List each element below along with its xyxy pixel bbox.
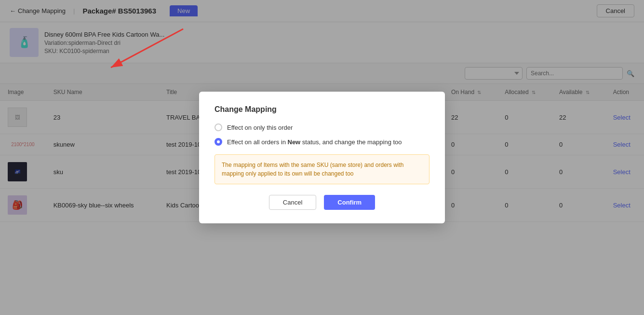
option2-radio[interactable]: Effect on all orders in New status, and … [215,138,429,146]
modal-overlay: Change Mapping Effect on only this order… [0,0,644,315]
option1-radio[interactable]: Effect on only this order [215,123,429,131]
modal-confirm-button[interactable]: Confirm [324,195,375,210]
modal-actions: Cancel Confirm [215,195,429,210]
radio-circle-2 [215,138,222,146]
modal-cancel-button[interactable]: Cancel [269,195,316,210]
option2-label: Effect on all orders in New status, and … [227,138,402,146]
change-mapping-modal: Change Mapping Effect on only this order… [199,92,445,223]
warning-box: The mapping of Items with the same SKU (… [215,154,429,184]
option1-label: Effect on only this order [227,124,293,131]
warning-text: The mapping of Items with the same SKU (… [222,162,404,177]
option2-bold: New [288,138,301,146]
svg-line-1 [111,29,183,68]
radio-group: Effect on only this order Effect on all … [215,123,429,146]
modal-title: Change Mapping [215,105,429,114]
radio-circle-1 [215,123,222,131]
